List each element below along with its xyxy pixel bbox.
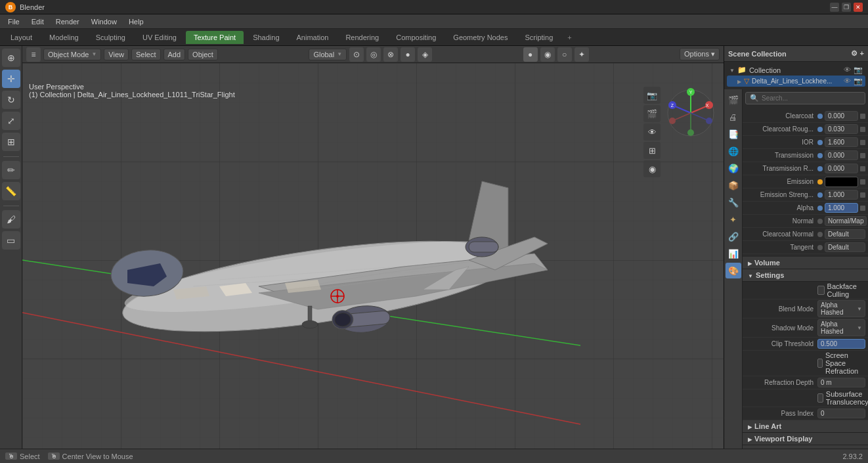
paint-brush-tool[interactable]: 🖌 <box>2 210 20 229</box>
alpha-reset[interactable] <box>860 206 865 211</box>
move-tool[interactable]: ✛ <box>2 70 20 88</box>
emission-strength-dot[interactable] <box>817 192 823 198</box>
prop-icon-world[interactable]: 🌍 <box>726 160 741 176</box>
navigation-gizmo[interactable]: X Y Z <box>664 87 717 139</box>
minimize-button[interactable]: — <box>830 3 839 12</box>
normal-value[interactable]: Normal/Map <box>825 216 867 226</box>
maximize-button[interactable]: ❐ <box>842 3 851 12</box>
measure-tool[interactable]: 📏 <box>2 182 20 200</box>
tab-rendering[interactable]: Rendering <box>337 31 387 44</box>
proportional-icon[interactable]: ◎ <box>366 47 381 62</box>
emission-strength-reset[interactable] <box>860 192 865 198</box>
clearcoat-reset[interactable] <box>860 114 865 119</box>
tab-texture-paint[interactable]: Texture Paint <box>186 31 244 44</box>
select-menu[interactable]: Select <box>131 49 161 60</box>
menu-help[interactable]: Help <box>123 16 149 27</box>
object-menu[interactable]: Object <box>188 49 218 60</box>
add-workspace-button[interactable]: + <box>562 31 576 44</box>
scene-filter-icon[interactable]: ⚙ <box>851 49 857 58</box>
prop-icon-data[interactable]: 📊 <box>726 246 741 261</box>
clearcoat-roughness-reset[interactable] <box>860 127 865 132</box>
collection-item-root[interactable]: 📁 Collection 👁 📷 <box>727 64 865 76</box>
prop-icon-output[interactable]: 🖨 <box>726 109 741 125</box>
volume-section-title[interactable]: Volume <box>743 257 868 269</box>
tangent-dot[interactable] <box>817 245 823 250</box>
prop-icon-object[interactable]: 📦 <box>726 177 741 193</box>
ior-dot[interactable] <box>817 140 823 145</box>
close-button[interactable]: ✕ <box>854 3 863 12</box>
emission-dot[interactable] <box>817 179 823 185</box>
eevee-icon[interactable]: ✦ <box>575 47 589 62</box>
transmission-r-reset[interactable] <box>860 166 865 171</box>
pass-index-value[interactable]: 0 <box>817 408 865 418</box>
prop-icon-render[interactable]: 🎬 <box>726 92 741 108</box>
tab-scripting[interactable]: Scripting <box>517 31 561 44</box>
rotate-tool[interactable]: ↻ <box>2 91 20 109</box>
material-shading[interactable]: ◉ <box>540 47 555 62</box>
overlay-btn[interactable]: ⊞ <box>643 142 661 159</box>
annotate-tool[interactable]: ✏ <box>2 161 20 179</box>
mode-dropdown[interactable]: Object Mode ▼ <box>43 49 101 60</box>
line-art-section-title[interactable]: Line Art <box>743 420 868 433</box>
view-menu[interactable]: View <box>104 49 129 60</box>
collection-item-visibility-icon[interactable]: 👁 <box>844 77 851 85</box>
collection-item-render-icon[interactable]: 📷 <box>854 77 863 85</box>
clip-threshold-value[interactable]: 0.500 <box>817 339 865 349</box>
transmission-value[interactable]: 0.000 <box>825 150 858 160</box>
tab-animation[interactable]: Animation <box>289 31 337 44</box>
viewport-display-section-title[interactable]: Viewport Display <box>743 433 868 445</box>
sst-checkbox[interactable] <box>817 393 823 403</box>
rendered-shading[interactable]: ○ <box>557 47 572 62</box>
menu-file[interactable]: File <box>3 16 25 27</box>
transform-dropdown[interactable]: Global ▼ <box>309 49 347 60</box>
scale-tool[interactable]: ⤢ <box>2 112 20 130</box>
render-region-btn[interactable]: 🎬 <box>643 105 661 122</box>
tab-sculpting[interactable]: Sculpting <box>88 31 133 44</box>
transmission-r-value[interactable]: 0.000 <box>825 164 858 173</box>
viewport[interactable]: ≡ Object Mode ▼ View Select Add Object G… <box>22 46 724 463</box>
clearcoat-value[interactable]: 0.000 <box>825 111 858 121</box>
refraction-depth-value[interactable]: 0 m <box>817 378 865 387</box>
collection-expand-icon[interactable] <box>729 66 735 74</box>
onion-icon[interactable]: ⊗ <box>383 47 398 62</box>
cursor-tool[interactable]: ⊕ <box>2 49 20 67</box>
blend-mode-select[interactable]: Alpha Hashed ▼ <box>817 300 865 317</box>
transmission-r-dot[interactable] <box>817 166 823 171</box>
settings-section-title[interactable]: Settings <box>743 269 868 282</box>
clearcoat-roughness-dot[interactable] <box>817 127 823 132</box>
ior-reset[interactable] <box>860 140 865 145</box>
clearcoat-normal-value[interactable]: Default <box>825 229 865 239</box>
search-input[interactable] <box>762 95 861 102</box>
show-overlay-icon[interactable]: ● <box>401 47 415 62</box>
prop-icon-view-layer[interactable]: 📑 <box>726 126 741 142</box>
viewport-menu-icon[interactable]: ≡ <box>26 47 41 62</box>
options-button[interactable]: Options ▾ <box>680 48 720 60</box>
tab-geometry-nodes[interactable]: Geometry Nodes <box>445 31 515 44</box>
prop-icon-modifier[interactable]: 🔧 <box>726 194 741 210</box>
tab-layout[interactable]: Layout <box>3 31 40 44</box>
properties-search[interactable]: 🔍 <box>745 92 865 104</box>
collection-visibility-icon[interactable]: 👁 <box>844 66 851 74</box>
backface-culling-checkbox[interactable] <box>817 286 825 295</box>
camera-view-btn[interactable]: 📷 <box>643 87 661 104</box>
transmission-reset[interactable] <box>860 153 865 158</box>
emission-reset[interactable] <box>860 179 865 185</box>
scene-add-icon[interactable]: + <box>860 49 864 58</box>
tangent-value[interactable]: Default <box>825 242 865 252</box>
transform-tool[interactable]: ⊞ <box>2 133 20 151</box>
clearcoat-normal-dot[interactable] <box>817 232 823 237</box>
menu-render[interactable]: Render <box>51 16 85 27</box>
collection-item-expand-icon[interactable] <box>737 77 741 85</box>
tab-modeling[interactable]: Modeling <box>41 31 87 44</box>
ior-value[interactable]: 1.600 <box>825 137 858 147</box>
clearcoat-dot[interactable] <box>817 114 823 119</box>
normal-dot[interactable] <box>817 219 823 224</box>
fill-tool[interactable]: ▭ <box>2 231 20 250</box>
clearcoat-roughness-value[interactable]: 0.030 <box>825 124 858 134</box>
emission-strength-value[interactable]: 1.000 <box>825 190 858 200</box>
alpha-dot[interactable] <box>817 206 823 211</box>
prop-icon-material[interactable]: 🎨 <box>726 263 741 278</box>
tab-uv-editing[interactable]: UV Editing <box>135 31 184 44</box>
xray-icon[interactable]: ◈ <box>418 47 432 62</box>
shading-btn[interactable]: ◉ <box>643 160 661 177</box>
